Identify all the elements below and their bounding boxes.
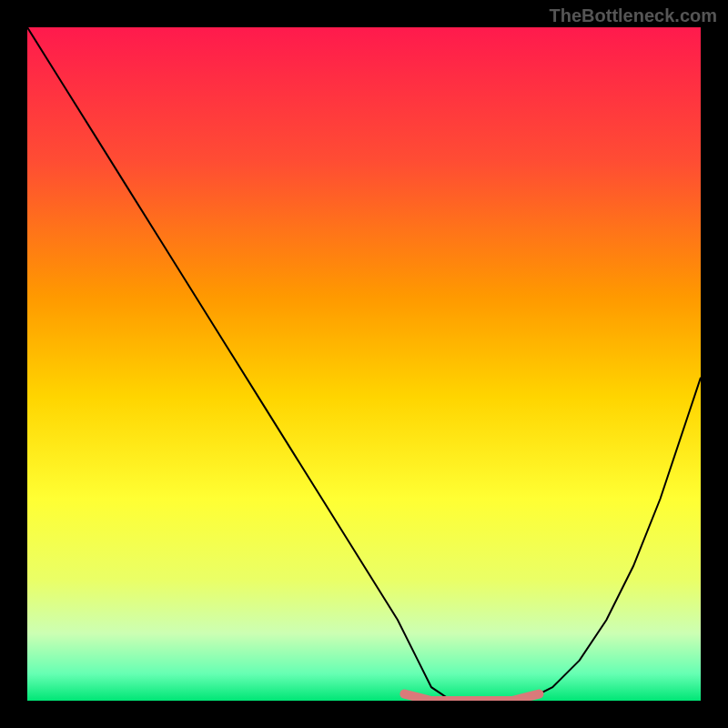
gradient-background (27, 27, 701, 701)
watermark-text: TheBottleneck.com (550, 5, 717, 26)
chart-svg (27, 27, 701, 701)
bottleneck-chart (27, 27, 701, 701)
